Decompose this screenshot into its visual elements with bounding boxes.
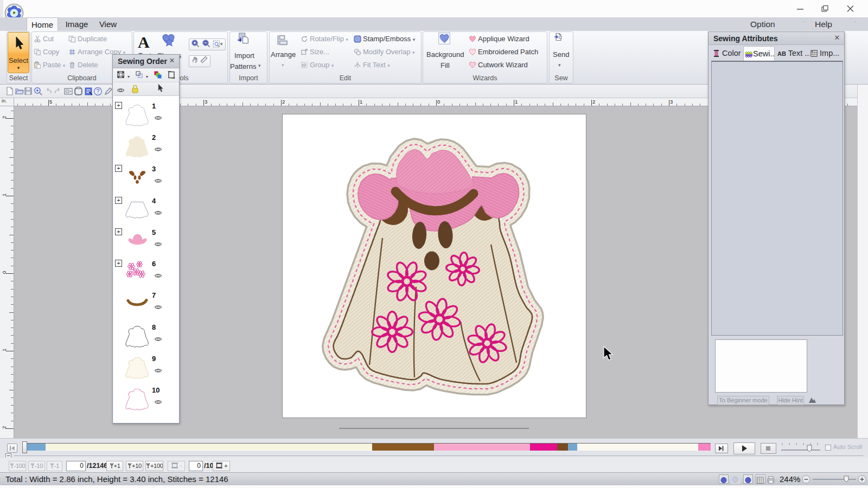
svg-text:?: ?	[97, 88, 100, 94]
